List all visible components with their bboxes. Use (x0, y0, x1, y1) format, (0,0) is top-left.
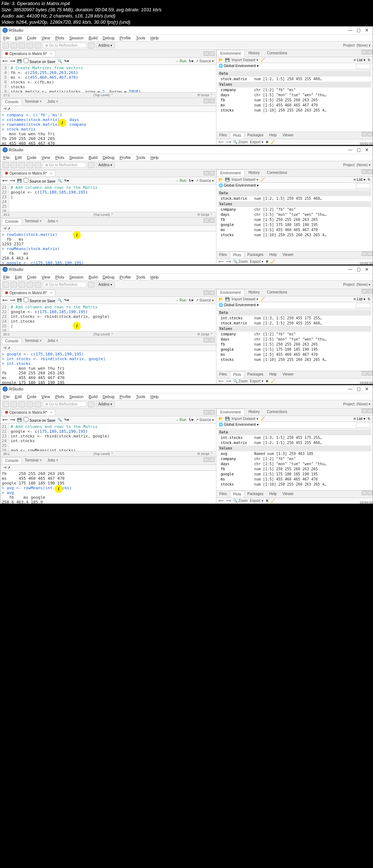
scope-selector[interactable]: (Top Level) ⌃ (94, 213, 114, 217)
file-tab[interactable]: Operations in Matrix.R*× (2, 51, 55, 57)
menu-help[interactable]: Help (150, 155, 159, 160)
env-row[interactable]: fbnum [1:5] 250 255 260 263 265 (218, 342, 371, 347)
export-dropdown[interactable]: Export ▾ (250, 379, 263, 383)
source-on-save-checkbox[interactable]: Source on Save (24, 417, 55, 423)
run-button[interactable]: → Run (175, 298, 186, 302)
plot-fwd-icon[interactable]: ⟶ (226, 260, 231, 264)
project-selector[interactable]: Project: (None) ▾ (343, 402, 370, 406)
pane-max-icon[interactable] (209, 218, 215, 223)
import-dataset-button[interactable]: Import Dataset ▾ (232, 178, 258, 182)
pane-min-icon[interactable] (362, 170, 367, 174)
broom-icon[interactable]: 🧹 (260, 178, 265, 182)
console-tab-1[interactable]: Terminal × (22, 458, 44, 464)
env-row[interactable]: msnum [1:5] 455 460 465 467 470 (218, 227, 371, 233)
new-file-icon[interactable] (3, 401, 9, 407)
refresh-icon[interactable]: ↻ (368, 58, 370, 62)
env-row[interactable]: stocksnum [1:10] 250 255 260 263 265 4… (218, 233, 371, 238)
menu-edit[interactable]: Edit (15, 275, 22, 279)
env-row[interactable]: companychr [1:2] "fb" "ms" (218, 456, 371, 462)
new-file-icon[interactable] (3, 282, 9, 288)
global-env-dropdown[interactable]: 🌐 Global Environment ▾ (219, 423, 259, 428)
broom-icon[interactable]: 🧹 (260, 58, 265, 62)
env-row[interactable]: companychr [1:2] "fb" "ms" (218, 207, 371, 212)
pane-max-icon[interactable] (368, 252, 373, 256)
fwd-icon[interactable]: ⟶ (10, 59, 15, 63)
export-dropdown[interactable]: Export ▾ (250, 260, 263, 264)
pane-min-icon[interactable] (362, 132, 367, 136)
save-all-icon[interactable] (27, 43, 33, 48)
save-env-icon[interactable]: 💾 (225, 58, 229, 62)
save-env-icon[interactable]: 💾 (225, 178, 229, 182)
menu-edit[interactable]: Edit (15, 155, 22, 160)
zoom-button[interactable]: 🔍 Zoom (233, 140, 248, 144)
bottom-tab-2[interactable]: Packages (244, 491, 266, 498)
tab-close-icon[interactable]: × (50, 171, 52, 175)
print-icon[interactable] (35, 162, 41, 168)
import-dataset-button[interactable]: Import Dataset ▾ (232, 417, 258, 421)
source-button[interactable]: ↗ Source ▾ (196, 59, 214, 63)
menu-view[interactable]: View (42, 155, 50, 160)
menu-build[interactable]: Build (89, 155, 97, 160)
bottom-tab-4[interactable]: Viewer (280, 491, 297, 498)
env-row[interactable]: dayschr [1:5] "mon" "tue" "wen" "thu… (218, 93, 371, 98)
pane-max-icon[interactable] (368, 170, 373, 174)
menu-session[interactable]: Session (69, 394, 83, 399)
back-icon[interactable]: ⟵ (3, 59, 8, 63)
console-tab-1[interactable]: Terminal × (22, 99, 44, 105)
bottom-tab-3[interactable]: Help (266, 132, 280, 139)
plot-back-icon[interactable]: ⟵ (219, 499, 224, 503)
env-search-input[interactable] (356, 64, 370, 69)
pane-min-icon[interactable] (362, 50, 367, 54)
refresh-icon[interactable]: ↻ (368, 417, 370, 421)
clear-plots-icon[interactable]: 🧹 (271, 140, 275, 144)
pane-min-icon[interactable] (204, 171, 209, 175)
env-row[interactable]: stocksnum [1:10] 250 255 260 263 265 4… (218, 482, 371, 487)
find-icon[interactable]: 🔍 (58, 418, 62, 422)
project-selector[interactable]: Project: (None) ▾ (343, 43, 370, 47)
console-output[interactable]: > rowSums(stock.matrix) fb ms 1293 2317 … (0, 231, 216, 264)
rerun-icon[interactable]: ↻▾ (189, 179, 193, 183)
save-icon[interactable] (19, 162, 25, 168)
run-button[interactable]: → Run (175, 418, 186, 422)
env-row[interactable]: googlenum [1:5] 175 180 185 190 195 (218, 222, 371, 227)
titlebar[interactable]: RStudio — ▢ ✕ (0, 146, 373, 154)
menu-tools[interactable]: Tools (136, 155, 145, 160)
pane-max-icon[interactable] (209, 51, 215, 56)
new-file-icon[interactable] (3, 162, 9, 168)
bottom-tab-0[interactable]: Files (216, 491, 230, 498)
bottom-tab-1[interactable]: Plots (230, 371, 244, 378)
console-tab-0[interactable]: Console (2, 458, 22, 464)
print-icon[interactable] (35, 401, 41, 407)
menu-view[interactable]: View (42, 36, 50, 40)
import-dataset-button[interactable]: Import Dataset ▾ (232, 58, 258, 62)
pane-min-icon[interactable] (204, 338, 209, 342)
console-tab-2[interactable]: Jobs × (44, 218, 61, 225)
print-icon[interactable] (35, 282, 41, 288)
open-file-icon[interactable] (11, 43, 17, 48)
save-all-icon[interactable] (27, 401, 33, 407)
save-source-icon[interactable]: 💾 (17, 179, 21, 183)
env-row[interactable]: stock.matrixnum [1:2, 1:5] 250 455 255 4… (218, 196, 371, 201)
menu-profile[interactable]: Profile (119, 394, 131, 399)
menu-session[interactable]: Session (69, 155, 83, 160)
bottom-tab-0[interactable]: Files (216, 371, 230, 378)
rerun-icon[interactable]: ↻▾ (189, 298, 193, 302)
menu-tools[interactable]: Tools (136, 275, 145, 279)
env-row[interactable]: companychr [1:2] "fb" "ms" (218, 332, 371, 337)
refresh-icon[interactable]: ↻ (368, 297, 370, 301)
wand-icon[interactable]: ✎▾ (64, 298, 69, 302)
pane-min-icon[interactable] (362, 491, 367, 495)
source-button[interactable]: ↗ Source ▾ (196, 298, 214, 302)
pane-max-icon[interactable] (368, 371, 373, 375)
save-source-icon[interactable]: 💾 (17, 418, 21, 422)
env-tab-2[interactable]: Connections (263, 50, 291, 57)
menu-file[interactable]: File (3, 36, 10, 40)
pane-max-icon[interactable] (209, 458, 215, 462)
pane-min-icon[interactable] (204, 291, 209, 295)
env-tab-1[interactable]: History (245, 289, 263, 296)
bottom-tab-1[interactable]: Plots (230, 132, 244, 139)
pane-max-icon[interactable] (368, 50, 373, 54)
source-button[interactable]: ↗ Source ▾ (196, 418, 214, 422)
open-file-icon[interactable] (11, 282, 17, 288)
menu-plots[interactable]: Plots (55, 155, 64, 160)
